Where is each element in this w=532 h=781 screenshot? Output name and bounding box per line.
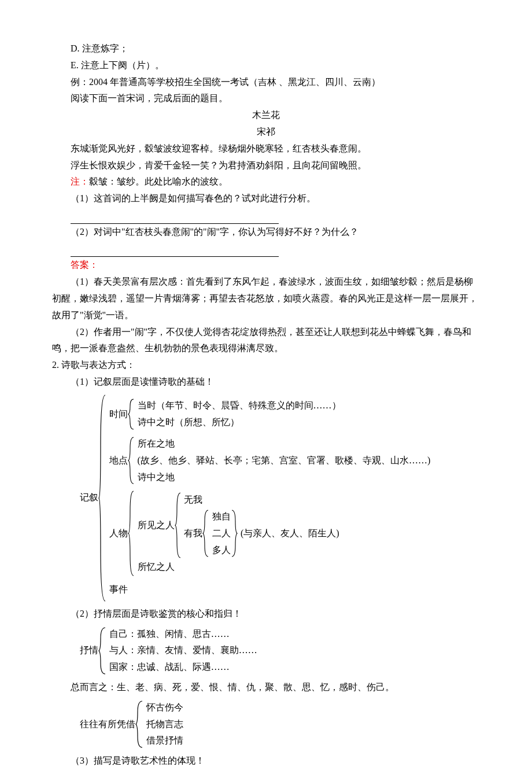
option-d: D. 注意炼字； bbox=[52, 40, 480, 57]
place-b: (故乡、他乡、驿站、长亭；宅第、宫室、官署、歌楼、寺观、山水……) bbox=[138, 452, 431, 469]
blank-line-2 bbox=[52, 241, 480, 257]
diagram1-person: 人物 所见之人 无我 有我 bbox=[109, 490, 430, 577]
brace-icon bbox=[128, 436, 135, 485]
section-2-2: （2）抒情层面是诗歌鉴赏的核心和指归！ bbox=[52, 606, 480, 622]
brace-close-icon bbox=[231, 509, 238, 558]
answer-heading: 答案： bbox=[52, 257, 480, 274]
example-intro: 例：2004 年普通高等学校招生全国统一考试（吉林 、黑龙江、四川、云南） bbox=[52, 74, 480, 91]
person-youwo-row: 有我 独自 二人 多人 bbox=[184, 509, 339, 558]
brace-icon bbox=[128, 398, 135, 430]
person-seen: 所见之人 bbox=[138, 517, 175, 534]
diagram3-root: 往往有所凭借 bbox=[80, 716, 135, 733]
diagram2-a: 自己：孤独、闲情、思古…… bbox=[109, 626, 257, 643]
person-label: 人物 bbox=[109, 525, 128, 542]
diagram-lyric: 抒情 自己：孤独、闲情、思古…… 与人：亲情、友情、爱情、襄助…… 国家：忠诚、… bbox=[80, 626, 480, 676]
diagram-narration: 记叙 时间 当时（年节、时令、晨昏、特殊意义的时间……） 诗中之时（所想、所忆）… bbox=[80, 394, 480, 602]
brace-icon bbox=[135, 700, 143, 749]
read-prompt: 阅读下面一首宋词，完成后面的题目。 bbox=[52, 90, 480, 107]
time-a: 当时（年节、时令、晨昏、特殊意义的时间……） bbox=[138, 397, 341, 414]
diagram1-place: 地点 所在之地 (故乡、他乡、驿站、长亭；宅第、宫室、官署、歌楼、寺观、山水……… bbox=[109, 436, 430, 485]
diagram1-time: 时间 当时（年节、时令、晨昏、特殊意义的时间……） 诗中之时（所想、所忆） bbox=[109, 397, 430, 431]
place-label: 地点 bbox=[109, 452, 128, 469]
place-c: 诗中之地 bbox=[138, 469, 431, 486]
person-mem: 所忆之人 bbox=[138, 559, 339, 576]
diagram1-root: 记叙 bbox=[80, 489, 98, 506]
diagram2-c: 国家：忠诚、战乱、际遇…… bbox=[109, 659, 257, 676]
diagram2-root: 抒情 bbox=[80, 642, 98, 659]
person-youwo: 有我 bbox=[184, 525, 202, 542]
brace-icon bbox=[98, 627, 106, 675]
brace-icon bbox=[98, 394, 106, 602]
question-2: （2）对词中"红杏枝头春意闹"的"闹"字，你认为写得好不好？为什么？ bbox=[52, 224, 480, 241]
blank-line-1 bbox=[52, 207, 480, 224]
brace-icon bbox=[128, 490, 135, 577]
underline-icon bbox=[71, 247, 279, 257]
note-body: 縠皱：皱纱。此处比喻水的波纹。 bbox=[89, 176, 228, 186]
page: D. 注意炼字； E. 注意上下阕（片）。 例：2004 年普通高等学校招生全国… bbox=[0, 0, 532, 781]
diagram3-a: 怀古伤今 bbox=[146, 699, 183, 716]
option-e: E. 注意上下阕（片）。 bbox=[52, 57, 480, 74]
brace-icon bbox=[202, 509, 209, 558]
person-tail: (与亲人、友人、陌生人) bbox=[241, 525, 339, 542]
person-many: 多人 bbox=[212, 542, 231, 559]
person-wuwo: 无我 bbox=[184, 492, 339, 509]
section-2-1: （1）记叙层面是读懂诗歌的基础！ bbox=[52, 374, 480, 390]
diagram3-c: 借景抒情 bbox=[146, 732, 183, 749]
poem-author: 宋祁 bbox=[52, 124, 480, 141]
person-alone: 独自 bbox=[212, 509, 231, 525]
summary-line: 总而言之：生、老、病、死，爱、恨、情、仇，聚、散、思、忆，感时、伤己。 bbox=[52, 679, 480, 696]
brace-icon bbox=[175, 492, 182, 559]
underline-icon bbox=[71, 214, 279, 224]
diagram1-event: 事件 bbox=[109, 581, 430, 598]
note-line: 注：縠皱：皱纱。此处比喻水的波纹。 bbox=[52, 174, 480, 190]
answer-label: 答案： bbox=[71, 260, 98, 270]
diagram-rely: 往往有所凭借 怀古伤今 托物言志 借景抒情 bbox=[80, 699, 480, 749]
place-a: 所在之地 bbox=[138, 436, 431, 452]
answer-2: （2）作者用一"闹"字，不仅使人觉得杏花绽放得热烈，甚至还让人联想到花丛中蜂蝶飞… bbox=[52, 324, 480, 358]
section-2-3: （3）描写是诗歌艺术性的体现！ bbox=[52, 753, 480, 769]
person-two: 二人 bbox=[212, 525, 231, 542]
diagram2-b: 与人：亲情、友情、爱情、襄助…… bbox=[109, 642, 257, 659]
diagram3-b: 托物言志 bbox=[146, 716, 183, 733]
time-b: 诗中之时（所想、所忆） bbox=[138, 414, 341, 431]
poem-title: 木兰花 bbox=[52, 107, 480, 124]
person-seen-row: 所见之人 无我 有我 独自 bbox=[138, 492, 339, 559]
answer-1: （1）春天美景富有层次感：首先看到了东风乍起，春波绿水，波面生纹，如细皱纱縠；然… bbox=[52, 274, 480, 323]
question-1: （1）这首词的上半阙是如何描写春色的？试对此进行分析。 bbox=[52, 190, 480, 207]
section-2-heading: 2. 诗歌与表达方式： bbox=[52, 357, 480, 374]
poem-line-2: 浮生长恨欢娱少，肯爱千金轻一笑？为君持酒劝斜阳，且向花间留晚照。 bbox=[52, 157, 480, 174]
time-label: 时间 bbox=[109, 406, 128, 423]
note-label: 注： bbox=[71, 176, 89, 186]
poem-line-1: 东城渐觉风光好，縠皱波纹迎客棹。绿杨烟外晓寒轻，红杏枝头春意闹。 bbox=[52, 141, 480, 157]
